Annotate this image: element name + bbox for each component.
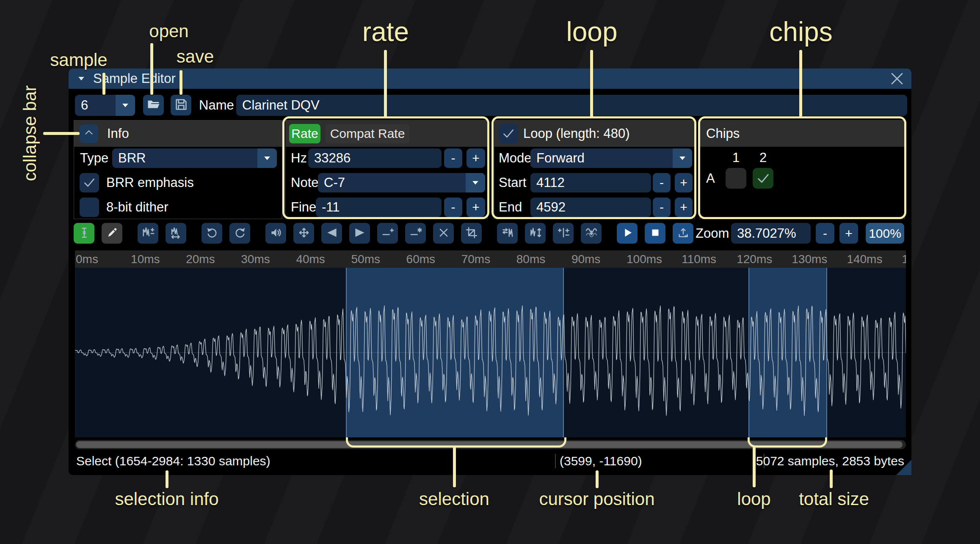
toolbar-group: [138, 223, 186, 244]
zoom-input[interactable]: 38.7027%: [731, 223, 811, 244]
chevron-down-icon[interactable]: [257, 148, 277, 168]
toolbar-group: [497, 223, 602, 244]
signed-unsigned-button[interactable]: [553, 223, 574, 244]
tab-compat-rate[interactable]: Compat Rate: [326, 124, 409, 143]
ibeam-select-button[interactable]: [74, 223, 94, 244]
loop-end-minus-button[interactable]: -: [653, 198, 671, 217]
zoom-out-button[interactable]: -: [816, 223, 834, 244]
type-value: BRR: [118, 151, 146, 166]
resize-icon: [142, 226, 155, 241]
annotation-selection-info-line: [166, 470, 168, 488]
window-collapse-icon[interactable]: [77, 74, 86, 83]
open-sample-button[interactable]: [143, 95, 164, 115]
chevron-down-icon[interactable]: [116, 95, 135, 116]
note-dropdown[interactable]: C-7: [318, 173, 485, 192]
toolbar-group: [202, 223, 250, 244]
window-title: Sample Editor: [93, 71, 176, 86]
collapse-bar-button[interactable]: [80, 124, 98, 143]
annotation-selection-line: [453, 447, 456, 487]
horizontal-scrollbar[interactable]: [75, 440, 906, 449]
brr-emphasis-checkbox[interactable]: [80, 173, 99, 192]
pencil-icon: [106, 226, 119, 241]
rate-section-header: Rate Compat Rate: [286, 121, 487, 147]
delete-button[interactable]: [433, 223, 454, 244]
amplify-button[interactable]: [265, 223, 286, 244]
fine-value: -11: [322, 200, 340, 215]
loop-start-minus-button[interactable]: -: [653, 173, 671, 192]
pencil-button[interactable]: [102, 223, 122, 244]
resample-button[interactable]: [166, 223, 186, 244]
fine-minus-button[interactable]: -: [444, 198, 462, 217]
time-ruler[interactable]: 0ms10ms20ms30ms40ms50ms60ms70ms80ms90ms1…: [75, 250, 906, 268]
loop-mode-dropdown[interactable]: Forward: [530, 148, 692, 168]
undo-button[interactable]: [202, 223, 222, 244]
fade-out-icon: [353, 226, 366, 241]
loop-section: Loop (length: 480) Mode Forward Start 41…: [494, 120, 695, 219]
resample-icon: [170, 226, 182, 241]
redo-button[interactable]: [229, 223, 250, 244]
normalize-button[interactable]: [293, 223, 314, 244]
chevron-down-icon[interactable]: [466, 173, 485, 192]
fade-out-button[interactable]: [349, 223, 370, 244]
titlebar[interactable]: Sample Editor: [69, 69, 911, 89]
sample-number-dropdown[interactable]: 6: [75, 95, 135, 116]
zoom-label: Zoom: [696, 223, 729, 244]
play-button[interactable]: [617, 223, 638, 244]
hz-input[interactable]: 33286: [308, 148, 442, 168]
loop-end-plus-button[interactable]: +: [675, 198, 693, 217]
zoom-in-button[interactable]: +: [839, 223, 858, 244]
apply-silence-button[interactable]: [405, 223, 426, 244]
trim-button[interactable]: [461, 223, 482, 244]
fine-label: Fine: [291, 198, 316, 217]
chips-section-title: Chips: [706, 126, 740, 141]
loop-mode-value: Forward: [536, 151, 585, 166]
insert-silence-button[interactable]: [377, 223, 398, 244]
ruler-tick: 140ms: [847, 253, 882, 266]
zoom-reset-button[interactable]: 100%: [866, 223, 904, 244]
annotation-rate-label: rate: [362, 16, 409, 47]
chevron-down-icon[interactable]: [673, 148, 692, 168]
chip-cell[interactable]: [753, 168, 773, 189]
fade-in-icon: [326, 226, 338, 241]
fine-input[interactable]: -11: [316, 198, 442, 217]
type-dropdown[interactable]: BRR: [112, 148, 277, 168]
loop-end-value: 4592: [536, 200, 566, 215]
annotation-loop-bottom-label: loop: [737, 489, 770, 509]
sample-toolbar: [74, 223, 693, 244]
annotation-save-line: [179, 70, 182, 95]
create-instrument-button[interactable]: [673, 223, 693, 244]
create-instrument-icon: [677, 226, 690, 241]
loop-start-input[interactable]: 4112: [530, 173, 651, 192]
fade-in-button[interactable]: [321, 223, 342, 244]
tab-rate[interactable]: Rate: [289, 124, 320, 143]
waveform-view[interactable]: [75, 268, 906, 437]
reverse-button[interactable]: [497, 223, 518, 244]
invert-button[interactable]: [525, 223, 546, 244]
annotation-cursor-position-label: cursor position: [539, 489, 654, 509]
redo-icon: [234, 226, 246, 241]
window-resize-grip[interactable]: [896, 460, 911, 475]
loop-end-input[interactable]: 4592: [530, 198, 651, 217]
chip-cell[interactable]: [726, 168, 746, 189]
loop-section-title: Loop (length: 480): [523, 126, 630, 141]
stop-button[interactable]: [645, 223, 665, 244]
filter-button[interactable]: [581, 223, 602, 244]
8bit-dither-checkbox[interactable]: [80, 198, 99, 217]
annotation-loop-line: [590, 50, 593, 118]
hz-minus-button[interactable]: -: [444, 148, 462, 168]
save-sample-button[interactable]: [171, 95, 191, 115]
sample-name-input[interactable]: Clarinet DQV: [236, 95, 907, 116]
annotation-cursor-position-line: [596, 470, 599, 488]
scrollbar-handle[interactable]: [76, 441, 903, 448]
resize-button[interactable]: [138, 223, 158, 244]
loop-enable-checkbox[interactable]: [499, 124, 518, 143]
hz-plus-button[interactable]: +: [467, 148, 485, 168]
annotation-open-label: open: [149, 21, 188, 41]
note-label: Note: [291, 173, 318, 192]
fine-plus-button[interactable]: +: [467, 198, 485, 217]
loop-start-plus-button[interactable]: +: [675, 173, 693, 192]
hz-label: Hz: [291, 148, 307, 168]
check-icon: [502, 127, 515, 140]
close-icon[interactable]: [889, 71, 905, 86]
desktop: { "titlebar": { "title": "Sample Editor"…: [0, 0, 980, 544]
